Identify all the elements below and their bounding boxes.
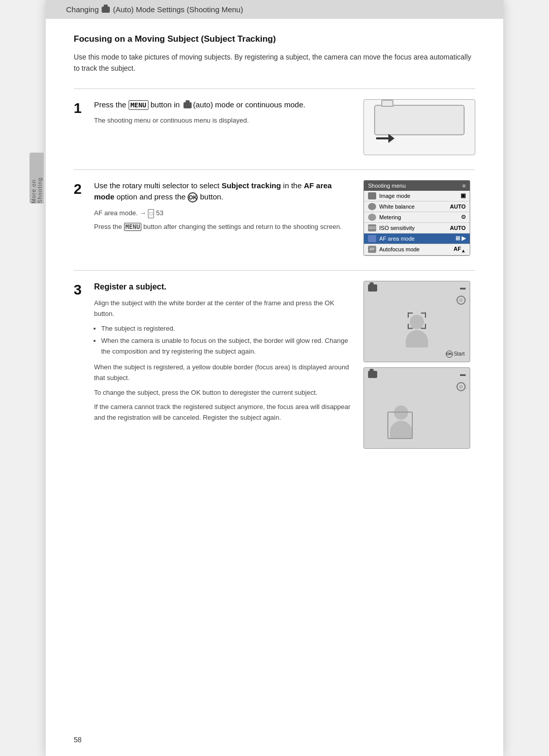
viewfinder-camera-icon bbox=[368, 284, 377, 292]
viewfinder-2-camera-icon bbox=[368, 371, 377, 378]
camera-body bbox=[374, 105, 465, 135]
menu-row-autofocus: AF Autofocus mode AF▲ bbox=[364, 244, 470, 255]
step-2-menu-label: MENU bbox=[124, 223, 142, 231]
menu-row-iso: ISO ISO sensitivity AUTO bbox=[364, 223, 470, 234]
focus-brackets bbox=[408, 312, 426, 329]
step-1-heading-mid: button in bbox=[148, 100, 182, 109]
row-icon-autofocus: AF bbox=[368, 246, 376, 253]
row-icon-metering bbox=[368, 214, 376, 221]
bullet-item-2: When the camera is unable to focus on th… bbox=[101, 336, 353, 357]
section-intro: Use this mode to take pictures of moving… bbox=[74, 51, 475, 74]
step-3-ok-btn: OK bbox=[325, 299, 334, 307]
step-3: 3 Register a subject. Align the subject … bbox=[74, 281, 475, 449]
viewfinder-2-battery-icon: ▬ bbox=[460, 371, 466, 377]
step-3-content: Register a subject. Align the subject wi… bbox=[94, 281, 363, 449]
header-bar: Changing (Auto) Mode Settings (Shooting … bbox=[46, 0, 503, 19]
step-2-sub2: Press the MENU button after changing the… bbox=[94, 222, 353, 232]
viewfinder-battery-icon: ▬ bbox=[460, 284, 466, 290]
page-number: 58 bbox=[74, 736, 82, 744]
step-3-sub1: Align the subject with the white border … bbox=[94, 298, 353, 319]
row-value-iso: AUTO bbox=[450, 225, 466, 231]
step-3-images: ▬ ⊙ OK S bbox=[363, 281, 475, 449]
shooting-menu-diagram: Shooting menu ≡ Image mode ▣ White balan… bbox=[363, 180, 470, 256]
content-area: Focusing on a Moving Subject (Subject Tr… bbox=[46, 19, 503, 493]
divider-2 bbox=[74, 169, 475, 170]
row-label-image-mode: Image mode bbox=[379, 193, 458, 199]
menu-row-metering: Metering ⊙ bbox=[364, 212, 470, 223]
step-3-number: 3 bbox=[74, 281, 94, 449]
row-icon-iso: ISO bbox=[368, 224, 376, 231]
step-2: 2 Use the rotary multi selector to selec… bbox=[74, 180, 475, 256]
step-1-number: 1 bbox=[74, 99, 94, 155]
step-1-content: Press the MENU button in (auto) mode or … bbox=[94, 99, 363, 155]
menu-diagram-title: Shooting menu ≡ bbox=[364, 181, 470, 191]
viewfinder-1: ▬ ⊙ OK S bbox=[363, 281, 470, 362]
step-3-ok-btn-2: OK bbox=[191, 389, 201, 396]
arrow-icon bbox=[376, 133, 394, 143]
row-label-iso: ISO sensitivity bbox=[379, 225, 447, 231]
menu-row-image-mode: Image mode ▣ bbox=[364, 191, 470, 201]
camera-top-bump bbox=[381, 100, 393, 107]
ok-start-label: OK Start bbox=[446, 351, 465, 358]
menu-row-white-balance: White balance AUTO bbox=[364, 201, 470, 212]
step-1-image: MENU 🎵 🗑 bbox=[363, 99, 475, 155]
page: More on Shooting Changing (Auto) Mode Se… bbox=[46, 0, 503, 756]
divider-3 bbox=[74, 270, 475, 271]
divider bbox=[74, 89, 475, 89]
row-value-autofocus: AF▲ bbox=[453, 246, 466, 253]
header-text-rest: (Auto) Mode Settings (Shooting Menu) bbox=[113, 5, 243, 14]
focus-box bbox=[387, 412, 413, 439]
menu-diagram-icon: ≡ bbox=[463, 183, 466, 189]
row-label-metering: Metering bbox=[379, 214, 458, 220]
step-2-heading-end: button. bbox=[198, 192, 223, 201]
menu-row-af-area: AF area mode ⊞ ▶ bbox=[364, 234, 470, 244]
header-text-pre: Changing bbox=[66, 5, 99, 14]
step-1-menu-label: MENU bbox=[129, 100, 148, 110]
step-1-camera-icon bbox=[184, 102, 192, 108]
sidebar-tab-label: More on Shooting bbox=[30, 153, 43, 203]
ref-icon: □ bbox=[148, 209, 154, 218]
step-3-bullet-list: The subject is registered. When the came… bbox=[101, 324, 353, 357]
step-2-number: 2 bbox=[74, 180, 94, 256]
step-1-sub: The shooting menu or continuous menu is … bbox=[94, 115, 353, 126]
header-camera-icon bbox=[102, 7, 110, 13]
viewfinder-2-mode-icon: ⊙ bbox=[456, 382, 466, 391]
row-value-white-balance: AUTO bbox=[450, 203, 466, 210]
row-icon-af bbox=[368, 235, 376, 242]
step-1-heading-pre: Press the bbox=[94, 100, 129, 109]
step-2-ok-btn: OK bbox=[188, 192, 198, 202]
step-1-heading: Press the MENU button in (auto) mode or … bbox=[94, 99, 353, 111]
viewfinder-2: ▬ ⊙ bbox=[363, 367, 470, 449]
bracket-br bbox=[421, 324, 426, 329]
step-2-content: Use the rotary multi selector to select … bbox=[94, 180, 363, 256]
row-icon-wb bbox=[368, 203, 376, 210]
person-body-1 bbox=[406, 330, 428, 347]
sidebar-tab: More on Shooting bbox=[29, 153, 44, 203]
row-label-af-area: AF area mode bbox=[379, 236, 452, 242]
step-2-image: Shooting menu ≡ Image mode ▣ White balan… bbox=[363, 180, 475, 256]
row-label-autofocus: Autofocus mode bbox=[379, 246, 450, 252]
row-value-image-mode: ▣ bbox=[461, 192, 466, 199]
bracket-bl bbox=[408, 324, 413, 329]
row-label-white-balance: White balance bbox=[379, 203, 447, 210]
step-2-ref-num: 53 bbox=[156, 209, 163, 217]
step-3-heading: Register a subject. bbox=[94, 281, 353, 293]
step-3-extra1: When the subject is registered, a yellow… bbox=[94, 362, 353, 384]
row-icon-camera bbox=[368, 192, 376, 199]
row-value-metering: ⊙ bbox=[461, 214, 466, 220]
section-title: Focusing on a Moving Subject (Subject Tr… bbox=[74, 34, 475, 44]
camera-diagram: MENU 🎵 🗑 bbox=[363, 99, 475, 155]
viewfinder-mode-icon: ⊙ bbox=[456, 296, 466, 305]
bracket-tr bbox=[421, 312, 426, 317]
bracket-tl bbox=[408, 312, 413, 317]
ok-circle-icon: OK bbox=[446, 351, 453, 358]
step-3-extra2: To change the subject, press the OK butt… bbox=[94, 388, 353, 398]
step-3-extra3: If the camera cannot track the registere… bbox=[94, 402, 353, 423]
bullet-item-1: The subject is registered. bbox=[101, 324, 353, 334]
start-text: Start bbox=[454, 351, 465, 357]
row-value-af-area: ⊞ ▶ bbox=[455, 235, 466, 242]
step-1-heading-rest: (auto) mode or continuous mode. bbox=[193, 100, 306, 109]
step-1: 1 Press the MENU button in (auto) mode o… bbox=[74, 99, 475, 155]
step-2-heading: Use the rotary multi selector to select … bbox=[94, 180, 353, 203]
step-2-sub1: AF area mode. → □ 53 bbox=[94, 208, 353, 219]
